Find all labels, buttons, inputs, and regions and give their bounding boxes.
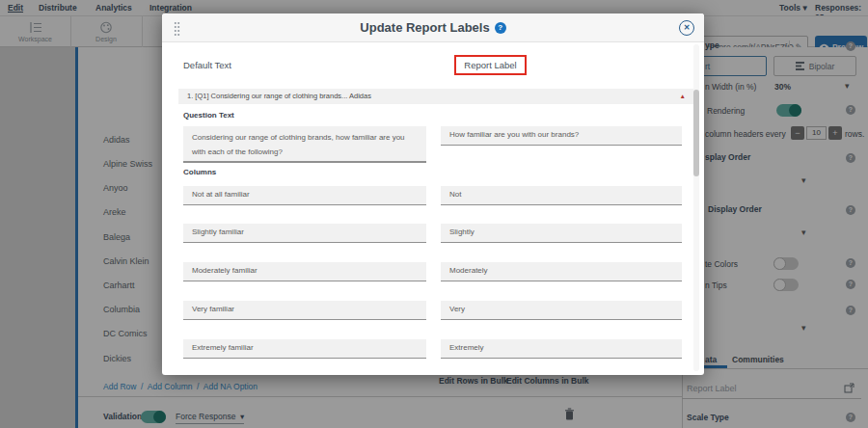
- question-default-textarea[interactable]: Considering our range of clothing brands…: [183, 126, 426, 163]
- column-report-input[interactable]: Extremely: [441, 339, 682, 359]
- column-report-input[interactable]: Very: [441, 301, 682, 320]
- report-label-highlight-box: Report Label: [454, 55, 527, 75]
- column-default-input[interactable]: Slightly familiar: [183, 224, 426, 243]
- column-default-input[interactable]: Very familiar: [183, 301, 426, 320]
- questionpro-edit-screen: Edit Distribute Analytics Integration To…: [0, 0, 868, 428]
- column-default-input[interactable]: Moderately familiar: [183, 262, 426, 281]
- close-icon[interactable]: ✕: [679, 20, 694, 36]
- update-report-labels-modal: Update Report Labels ? ✕ Default Text Re…: [162, 13, 704, 375]
- modal-header: Update Report Labels ? ✕: [162, 13, 704, 42]
- question-accordion-title: 1. [Q1] Considering our range of clothin…: [187, 92, 371, 100]
- column-report-input[interactable]: Not: [441, 186, 682, 205]
- collapse-arrow-icon[interactable]: ▲: [680, 93, 686, 100]
- question-text-section-label: Question Text: [183, 111, 234, 120]
- column-default-input[interactable]: Not at all familiar: [183, 186, 426, 205]
- modal-scrollbar-thumb[interactable]: [693, 90, 699, 176]
- column-report-input[interactable]: Moderately: [441, 262, 682, 281]
- default-text-column-header: Default Text: [183, 60, 231, 70]
- drag-handle-icon[interactable]: [174, 21, 180, 36]
- question-report-textarea[interactable]: How familiar are you with our brands?: [441, 126, 682, 146]
- column-default-input[interactable]: Extremely familiar: [183, 339, 426, 359]
- modal-title: Update Report Labels: [360, 20, 489, 35]
- report-label-column-header: Report Label: [464, 60, 516, 70]
- question-accordion-header[interactable]: 1. [Q1] Considering our range of clothin…: [178, 89, 693, 104]
- column-report-input[interactable]: Slightly: [441, 224, 682, 243]
- columns-section-label: Columns: [183, 168, 216, 176]
- help-icon[interactable]: ?: [495, 22, 506, 34]
